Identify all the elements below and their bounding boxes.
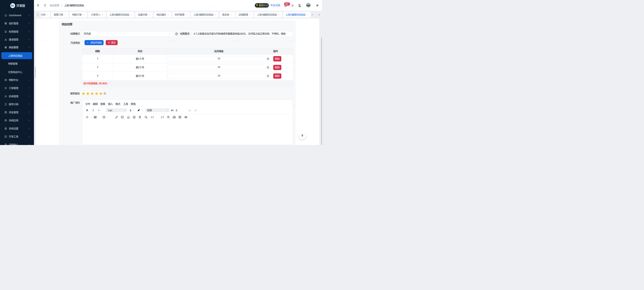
svg-text:abc: abc	[139, 117, 141, 118]
svg-text:123: 123	[139, 116, 141, 117]
